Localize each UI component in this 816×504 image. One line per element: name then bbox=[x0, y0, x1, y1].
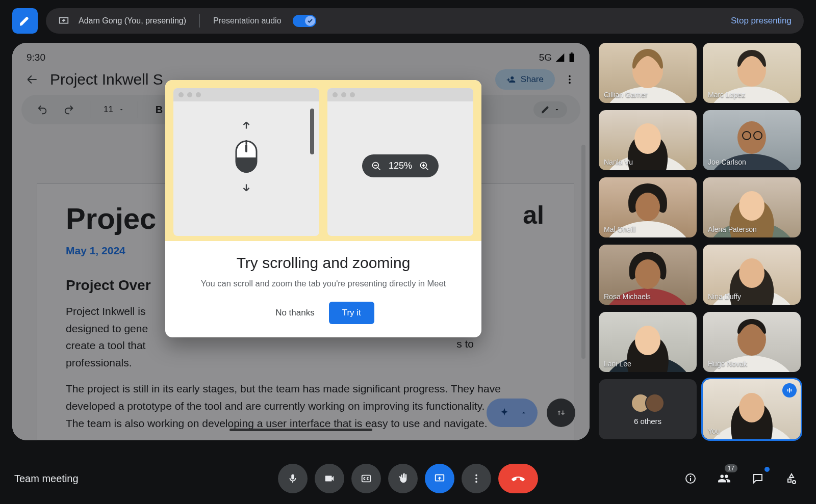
svg-point-28 bbox=[739, 191, 764, 221]
participant-tile[interactable]: Nina Duffy bbox=[703, 245, 801, 305]
people-icon bbox=[718, 472, 731, 485]
participant-name: Joe Carlson bbox=[708, 158, 746, 166]
meeting-title: Team meeting bbox=[14, 473, 79, 485]
svg-point-44 bbox=[475, 474, 477, 476]
modal-hero: 125% bbox=[165, 80, 481, 241]
more-icon bbox=[471, 473, 482, 484]
participant-name: Cillian Garner bbox=[604, 91, 648, 99]
present-to-all-icon bbox=[434, 473, 445, 484]
modal-subtitle: You can scroll and zoom the tab you're p… bbox=[181, 279, 466, 288]
arrow-down-icon bbox=[241, 182, 252, 193]
svg-point-34 bbox=[635, 326, 660, 355]
svg-rect-39 bbox=[787, 389, 788, 392]
participant-tile[interactable]: Mal Oneill bbox=[599, 177, 697, 237]
participant-tile[interactable]: Alena Paterson bbox=[703, 177, 801, 237]
svg-point-45 bbox=[475, 478, 477, 480]
participant-name: Lani Lee bbox=[604, 360, 631, 368]
captions-button[interactable] bbox=[351, 464, 381, 493]
hand-icon bbox=[397, 473, 409, 484]
camera-icon bbox=[324, 473, 335, 484]
participant-tile[interactable]: Nanla Vu bbox=[599, 110, 697, 170]
call-controls bbox=[278, 464, 538, 493]
presentation-audio-label: Presentation audio bbox=[213, 16, 281, 25]
others-tile[interactable]: 6 others bbox=[599, 379, 697, 439]
mic-icon bbox=[287, 473, 298, 484]
participant-name: Nanla Vu bbox=[604, 158, 633, 166]
zoom-value: 125% bbox=[389, 161, 412, 171]
mic-button[interactable] bbox=[278, 464, 308, 493]
avatar bbox=[645, 393, 665, 413]
participant-tile[interactable]: Hugo Novak bbox=[703, 312, 801, 372]
camera-button[interactable] bbox=[315, 464, 344, 493]
right-controls: 17 bbox=[680, 468, 802, 489]
others-avatars bbox=[631, 393, 665, 413]
svg-point-48 bbox=[690, 476, 692, 478]
presentation-audio-toggle[interactable] bbox=[293, 15, 316, 27]
self-label: You bbox=[708, 427, 720, 435]
present-to-all-icon bbox=[58, 15, 69, 26]
svg-rect-49 bbox=[690, 478, 691, 481]
call-end-icon bbox=[511, 471, 526, 486]
notification-dot bbox=[764, 467, 770, 472]
zoom-illustration: 125% bbox=[327, 88, 473, 236]
svg-point-30 bbox=[635, 259, 660, 289]
svg-point-38 bbox=[739, 393, 764, 422]
participant-tile[interactable]: Marc Lopez bbox=[703, 43, 801, 103]
chat-button[interactable] bbox=[748, 468, 768, 489]
participant-tile[interactable]: Cillian Garner bbox=[599, 43, 697, 103]
participant-name: Hugo Novak bbox=[708, 360, 747, 368]
scroll-illustration bbox=[173, 88, 319, 236]
svg-line-12 bbox=[426, 167, 428, 170]
people-button[interactable]: 17 bbox=[714, 468, 734, 489]
svg-line-9 bbox=[377, 167, 380, 170]
speaking-indicator-icon bbox=[782, 383, 797, 397]
svg-rect-42 bbox=[362, 475, 371, 482]
bottom-bar: Team meeting 17 bbox=[0, 453, 816, 504]
arrow-up-icon bbox=[241, 120, 252, 131]
participant-name: Mal Oneill bbox=[604, 225, 635, 233]
participant-name: Rosa Michaels bbox=[604, 293, 651, 301]
leave-call-button[interactable] bbox=[498, 464, 538, 493]
svg-point-46 bbox=[475, 481, 477, 483]
raise-hand-button[interactable] bbox=[388, 464, 418, 493]
stop-presenting-button[interactable]: Stop presenting bbox=[731, 16, 792, 26]
modal-title: Try scrolling and zooming bbox=[181, 254, 466, 272]
cc-icon bbox=[361, 473, 372, 484]
participant-name: Marc Lopez bbox=[708, 91, 745, 99]
participant-tile[interactable]: Rosa Michaels bbox=[599, 245, 697, 305]
separator bbox=[199, 14, 200, 28]
participant-tile[interactable]: Joe Carlson bbox=[703, 110, 801, 170]
shapes-icon bbox=[785, 472, 798, 485]
scrollbar-illustration bbox=[310, 109, 314, 154]
svg-point-32 bbox=[739, 258, 764, 288]
mouse-icon bbox=[235, 140, 258, 173]
try-it-button[interactable]: Try it bbox=[329, 302, 374, 324]
svg-rect-6 bbox=[245, 144, 247, 152]
svg-rect-40 bbox=[789, 388, 790, 392]
shared-screen-panel[interactable]: 9:30 5G Project Inkwell S Share bbox=[12, 43, 590, 440]
modal-layer: 125% Try scrolling and zooming You can s… bbox=[12, 43, 590, 440]
toggle-knob bbox=[305, 16, 315, 26]
activities-button[interactable] bbox=[781, 468, 802, 489]
participant-grid: Cillian Garner Marc Lopez Nanla Vu Joe C… bbox=[599, 43, 801, 440]
svg-point-20 bbox=[634, 123, 661, 154]
presenting-bar: Adam Gong (You, presenting) Presentation… bbox=[0, 0, 816, 38]
meeting-details-button[interactable] bbox=[680, 468, 701, 489]
participant-name: Alena Paterson bbox=[708, 225, 757, 233]
svg-rect-41 bbox=[790, 389, 792, 392]
present-screen-button[interactable] bbox=[425, 464, 454, 493]
presenter-name: Adam Gong (You, presenting) bbox=[79, 16, 186, 25]
scroll-zoom-modal: 125% Try scrolling and zooming You can s… bbox=[165, 80, 481, 337]
people-count-badge: 17 bbox=[725, 464, 737, 472]
participant-tile[interactable]: Lani Lee bbox=[599, 312, 697, 372]
participant-name: Nina Duffy bbox=[708, 293, 741, 301]
meet-app-badge[interactable] bbox=[12, 8, 38, 34]
info-icon bbox=[684, 472, 697, 485]
self-tile[interactable]: You bbox=[703, 379, 801, 439]
chat-icon bbox=[752, 472, 764, 485]
draw-icon bbox=[18, 14, 32, 28]
more-options-button[interactable] bbox=[462, 464, 491, 493]
check-icon bbox=[307, 18, 313, 24]
no-thanks-button[interactable]: No thanks bbox=[272, 302, 318, 324]
others-label: 6 others bbox=[634, 417, 661, 426]
